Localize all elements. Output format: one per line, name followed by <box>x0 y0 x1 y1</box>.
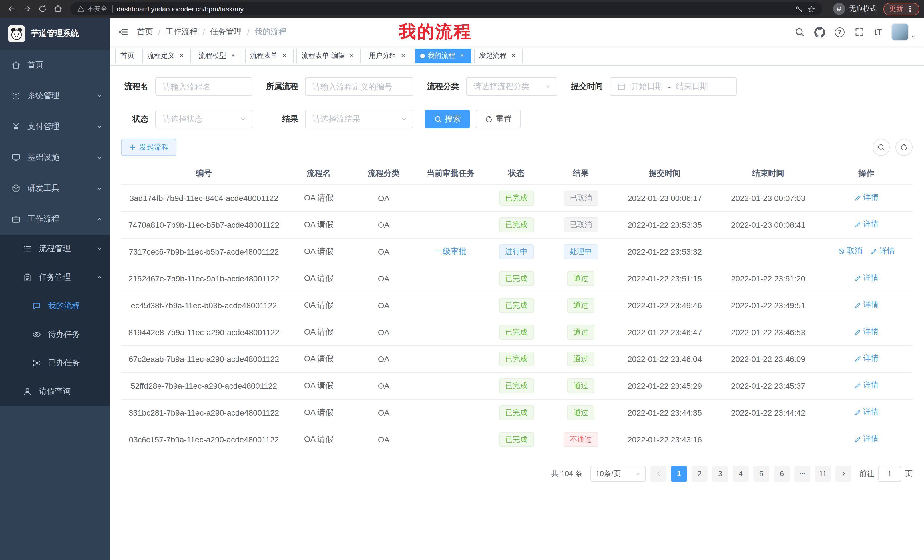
github-icon[interactable] <box>814 27 825 37</box>
tab[interactable]: 流程定义 × <box>142 48 191 63</box>
sidebar-item[interactable]: 系统管理 <box>0 81 110 111</box>
process-def-input[interactable] <box>305 77 414 96</box>
create-process-button[interactable]: 发起流程 <box>121 139 177 156</box>
tab[interactable]: 发起流程 × <box>474 48 522 63</box>
reset-button[interactable]: 重置 <box>476 109 521 129</box>
page-button[interactable]: ••• <box>794 466 810 482</box>
page-button[interactable]: 6 <box>774 466 790 482</box>
refresh-table-button[interactable] <box>896 139 913 156</box>
end-date-placeholder: 结束日期 <box>676 81 708 91</box>
sidebar-toggle[interactable] <box>110 18 137 46</box>
current-task-link[interactable]: 一级审批 <box>435 246 466 256</box>
action-link[interactable]: 详情 <box>854 327 879 337</box>
cell-name: OA 请假 <box>286 372 351 399</box>
close-icon[interactable]: × <box>280 52 288 60</box>
goto-page-input[interactable] <box>878 466 901 482</box>
sidebar-subitem[interactable]: 待办任务 <box>0 320 110 349</box>
page-button[interactable]: 2 <box>692 466 708 482</box>
close-icon[interactable]: × <box>229 52 237 60</box>
browser-update-button[interactable]: 更新 ⋮ <box>884 3 920 15</box>
close-icon[interactable]: × <box>458 52 466 60</box>
breadcrumb-link[interactable]: 我的流程 <box>254 27 286 37</box>
plus-icon <box>129 143 136 151</box>
sidebar-subitem[interactable]: 请假查询 <box>0 377 110 406</box>
sidebar-item[interactable]: 首页 <box>0 49 110 81</box>
sidebar-subitem[interactable]: 流程管理 <box>0 235 110 263</box>
bookmark-star-icon[interactable] <box>807 5 816 13</box>
address-bar[interactable]: 不安全 dashboard.yudao.iocoder.cn/bpm/task/… <box>70 2 822 15</box>
next-page-button[interactable] <box>836 466 852 482</box>
action-link[interactable]: 取消 <box>838 246 862 257</box>
page-button[interactable]: 5 <box>753 466 769 482</box>
close-icon[interactable]: × <box>348 52 356 60</box>
page-button[interactable]: 11 <box>815 466 831 482</box>
close-icon[interactable]: × <box>509 52 518 60</box>
tab-label: 首页 <box>120 51 134 60</box>
tab[interactable]: 我的流程 × <box>415 48 471 63</box>
breadcrumb-link[interactable]: 任务管理 <box>210 27 242 37</box>
toggle-search-button[interactable] <box>873 139 890 156</box>
tab[interactable]: 流程表单 × <box>245 48 294 63</box>
browser-forward-button[interactable] <box>20 2 34 16</box>
security-indicator[interactable]: 不安全 <box>77 4 107 13</box>
tab[interactable]: 首页 × <box>116 48 140 63</box>
sidebar-item[interactable]: 支付管理 <box>0 111 110 142</box>
result-select[interactable]: 请选择流结果 <box>305 109 414 129</box>
cell-name: OA 请假 <box>286 265 351 292</box>
browser-reload-button[interactable] <box>35 2 49 16</box>
sidebar-subitem[interactable]: 已办任务 <box>0 349 110 377</box>
action-link[interactable]: 详情 <box>854 193 879 203</box>
tab-label: 流程定义 <box>147 51 175 60</box>
action-link[interactable]: 详情 <box>854 300 879 310</box>
date-range-picker[interactable]: 开始日期 - 结束日期 <box>610 77 736 96</box>
sidebar-item[interactable]: 研发工具 <box>0 173 110 204</box>
tab[interactable]: 用户分组 × <box>364 48 412 63</box>
menu-icon <box>11 122 21 131</box>
font-size-icon[interactable]: tT <box>874 27 882 36</box>
key-icon[interactable] <box>795 5 803 13</box>
cell-submit-time: 2022-01-22 23:51:15 <box>614 265 716 292</box>
breadcrumb-link[interactable]: 工作流程 <box>166 27 198 37</box>
chevron-down-icon <box>400 115 408 123</box>
search-icon[interactable] <box>794 27 805 37</box>
breadcrumb-link[interactable]: 首页 <box>137 27 153 37</box>
incognito-label: 无痕模式 <box>849 4 877 14</box>
sidebar-subitem-label: 请假查询 <box>39 386 89 397</box>
status-select[interactable]: 请选择状态 <box>155 109 252 129</box>
close-icon[interactable]: × <box>399 52 407 60</box>
cell-category: OA <box>351 319 417 345</box>
page-size-select[interactable]: 10条/页 <box>591 466 646 482</box>
app-logo[interactable]: 芋道管理系统 <box>0 18 110 49</box>
process-name-input[interactable] <box>155 77 252 96</box>
action-link[interactable]: 详情 <box>854 273 879 283</box>
sidebar-item[interactable]: 工作流程 <box>0 204 110 235</box>
action-link[interactable]: 详情 <box>854 380 879 391</box>
help-icon[interactable]: ? <box>835 27 844 37</box>
action-link[interactable]: 详情 <box>854 434 879 445</box>
page-button[interactable]: 3 <box>712 466 728 482</box>
action-link[interactable]: 详情 <box>854 353 879 364</box>
action-icon <box>870 248 878 255</box>
user-menu[interactable] <box>891 23 916 40</box>
fullscreen-icon[interactable] <box>854 27 865 37</box>
close-icon[interactable]: × <box>178 52 186 60</box>
action-link[interactable]: 详情 <box>870 246 895 257</box>
sidebar-subitem[interactable]: 任务管理 <box>0 263 110 292</box>
sidebar-item-label: 工作流程 <box>27 214 89 225</box>
category-select[interactable]: 请选择流程分类 <box>466 77 557 96</box>
cell-actions: 详情 <box>820 319 913 345</box>
prev-page-button[interactable] <box>651 466 666 482</box>
tab[interactable]: 流程模型 × <box>194 48 242 63</box>
page-button[interactable]: 1 <box>671 466 687 482</box>
tab-label: 流程模型 <box>199 51 226 60</box>
page-button[interactable]: 4 <box>733 466 748 482</box>
tab[interactable]: 流程表单-编辑 × <box>296 48 361 63</box>
action-link[interactable]: 详情 <box>854 407 879 418</box>
browser-back-button[interactable] <box>4 2 18 16</box>
browser-home-button[interactable] <box>51 2 64 16</box>
action-link[interactable]: 详情 <box>854 220 879 230</box>
search-button[interactable]: 搜索 <box>425 109 470 129</box>
sidebar-item[interactable]: 基础设施 <box>0 142 110 173</box>
sidebar-subitem[interactable]: 我的流程 <box>0 292 110 320</box>
cell-name: OA 请假 <box>286 211 351 238</box>
